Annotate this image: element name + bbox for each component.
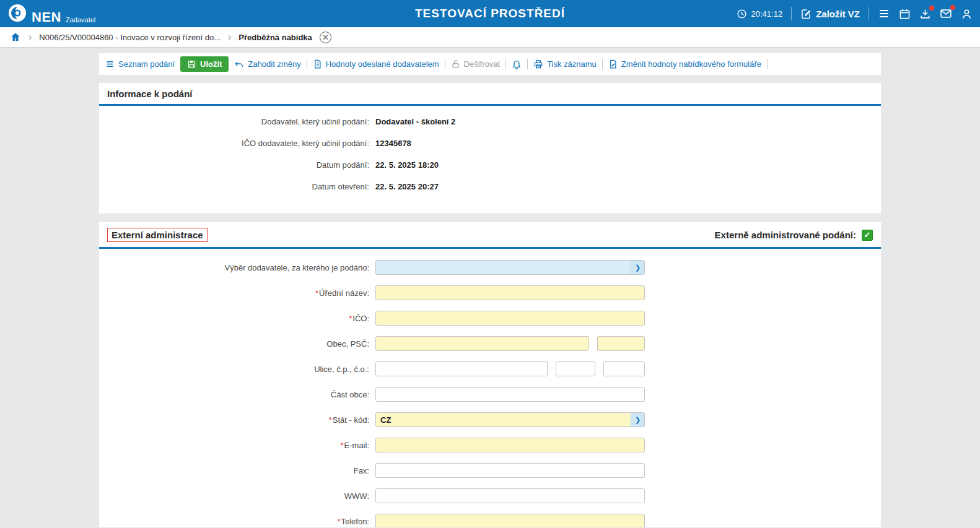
submission-info-header: Informace k podání bbox=[99, 83, 881, 106]
change-form-values-button[interactable]: Změnit hodnoty nabídkového formuláře bbox=[608, 59, 761, 69]
notification-dot bbox=[950, 5, 955, 10]
external-administration-panel: Externí administrace Externě administrov… bbox=[99, 222, 881, 527]
info-value: Dodavatel - školení 2 bbox=[375, 117, 455, 126]
zip-input[interactable] bbox=[597, 336, 645, 351]
unlock-icon bbox=[451, 59, 460, 69]
document-icon bbox=[313, 59, 322, 69]
field-row-phone: *Telefon: bbox=[99, 514, 881, 527]
field-row-email: *E-mail: bbox=[99, 438, 881, 452]
breadcrumb-separator-icon: › bbox=[228, 32, 231, 42]
field-row-country-code: *Stát - kód: ❯ bbox=[99, 412, 881, 427]
ico-input[interactable] bbox=[375, 311, 645, 326]
discard-changes-label: Zahodit změny bbox=[248, 59, 300, 69]
session-time-value: 20:41:12 bbox=[751, 9, 783, 19]
breadcrumb-item-contract[interactable]: N006/25/V00004860 - Inovace v rozvoji ří… bbox=[39, 33, 221, 42]
required-marker: * bbox=[337, 517, 340, 526]
notification-dot bbox=[929, 6, 934, 11]
app-logo[interactable]: NEN Zadavatel bbox=[7, 3, 95, 24]
decrypt-label: Dešifrovat bbox=[464, 59, 501, 69]
close-tab-icon[interactable]: ✕ bbox=[320, 32, 331, 43]
country-code-input[interactable] bbox=[375, 412, 645, 427]
supplier-values-button[interactable]: Hodnoty odeslané dodavatelem bbox=[313, 59, 439, 69]
toolbar-divider bbox=[527, 59, 528, 69]
section-title: Informace k podání bbox=[107, 89, 193, 99]
record-toolbar: Seznam podání Uložit Zahodit změny Hodno… bbox=[99, 53, 881, 75]
chevron-right-icon[interactable]: ❯ bbox=[631, 413, 644, 426]
orientation-number-input[interactable] bbox=[603, 361, 645, 376]
required-marker: * bbox=[315, 288, 318, 298]
field-label: Ulice, č.p., č.o.: bbox=[99, 365, 375, 374]
submissions-list-button[interactable]: Seznam podání bbox=[105, 59, 175, 69]
supplier-select-input[interactable] bbox=[375, 260, 645, 275]
field-row-www: WWW: bbox=[99, 488, 881, 503]
www-input[interactable] bbox=[375, 488, 645, 503]
external-admin-checkbox[interactable]: ✓ bbox=[862, 230, 873, 241]
field-row-street: Ulice, č.p., č.o.: bbox=[99, 361, 881, 376]
decrypt-button: Dešifrovat bbox=[451, 59, 501, 69]
email-input[interactable] bbox=[375, 438, 645, 452]
list-icon bbox=[105, 59, 115, 69]
topbar-divider bbox=[868, 7, 869, 20]
discard-changes-button[interactable]: Zahodit změny bbox=[234, 59, 300, 69]
field-label: *E-mail: bbox=[99, 441, 375, 450]
check-icon: ✓ bbox=[864, 231, 871, 239]
section-title: Externí administrace bbox=[107, 228, 208, 242]
toolbar-divider bbox=[602, 59, 603, 69]
supplier-values-label: Hodnoty odeslané dodavatelem bbox=[326, 59, 439, 69]
home-icon[interactable] bbox=[10, 32, 21, 43]
toolbar-divider bbox=[445, 59, 445, 69]
house-number-input[interactable] bbox=[556, 361, 595, 376]
field-label: WWW: bbox=[99, 491, 375, 501]
submissions-list-label: Seznam podání bbox=[118, 59, 175, 69]
fax-input[interactable] bbox=[375, 463, 645, 478]
topbar-actions: 20:41:12 Založit VZ bbox=[737, 7, 973, 20]
brand-name: NEN bbox=[32, 11, 61, 24]
notifications-button[interactable] bbox=[512, 59, 522, 69]
country-code-combo: ❯ bbox=[375, 412, 645, 427]
field-label: Fax: bbox=[99, 466, 375, 475]
street-group bbox=[375, 361, 645, 376]
print-record-button[interactable]: Tisk záznamu bbox=[533, 59, 597, 69]
field-label: Výběr dodavatele, za kterého je podáno: bbox=[99, 263, 375, 272]
required-marker: * bbox=[349, 314, 352, 323]
save-icon bbox=[187, 59, 196, 69]
street-input[interactable] bbox=[375, 361, 548, 376]
info-label: Datum podání: bbox=[99, 160, 375, 170]
topbar-divider bbox=[791, 7, 792, 20]
toolbar-divider bbox=[307, 59, 307, 69]
undo-icon bbox=[234, 59, 244, 69]
info-value: 22. 5. 2025 18:20 bbox=[375, 160, 439, 170]
create-tender-button[interactable]: Založit VZ bbox=[800, 8, 860, 19]
info-label: Dodavatel, který učinil podání: bbox=[99, 117, 375, 126]
save-button[interactable]: Uložit bbox=[180, 56, 229, 72]
downloads-button[interactable] bbox=[919, 8, 931, 20]
city-zip-group bbox=[375, 336, 645, 351]
external-admin-checkbox-group: Externě administrované podání: ✓ bbox=[715, 230, 873, 241]
chevron-right-icon[interactable]: ❯ bbox=[631, 261, 644, 274]
print-record-label: Tisk záznamu bbox=[547, 59, 597, 69]
save-label: Uložit bbox=[200, 59, 222, 69]
info-row-supplier: Dodavatel, který učinil podání: Dodavate… bbox=[99, 117, 881, 131]
info-label: IČO dodavatele, který učinil podání: bbox=[99, 139, 375, 148]
city-part-input[interactable] bbox=[375, 387, 645, 402]
environment-title: TESTOVACÍ PROSTŘEDÍ bbox=[415, 7, 565, 20]
field-label: *Stát - kód: bbox=[99, 415, 375, 425]
field-row-fax: Fax: bbox=[99, 463, 881, 478]
clock-icon bbox=[737, 9, 747, 19]
calendar-button[interactable] bbox=[899, 8, 911, 20]
info-value: 12345678 bbox=[375, 139, 411, 148]
messages-button[interactable] bbox=[940, 7, 952, 20]
info-row-submission-date: Datum podání: 22. 5. 2025 18:20 bbox=[99, 160, 881, 174]
official-name-input[interactable] bbox=[375, 285, 645, 300]
session-time: 20:41:12 bbox=[737, 9, 783, 19]
main-menu-button[interactable] bbox=[878, 7, 890, 20]
city-input[interactable] bbox=[375, 336, 589, 351]
submission-info-panel: Informace k podání Dodavatel, který učin… bbox=[99, 83, 881, 214]
user-profile-button[interactable] bbox=[961, 8, 973, 20]
phone-input[interactable] bbox=[375, 514, 645, 527]
document-edit-icon bbox=[608, 59, 618, 69]
breadcrumb-item-current: Předběžná nabídka bbox=[238, 33, 312, 42]
info-label: Datum otevření: bbox=[99, 182, 375, 191]
person-icon bbox=[961, 8, 973, 20]
info-row-ico: IČO dodavatele, který učinil podání: 123… bbox=[99, 139, 881, 152]
